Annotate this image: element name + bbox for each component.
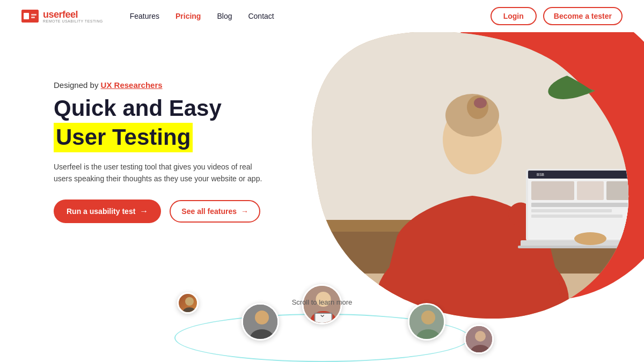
svg-point-16 xyxy=(474,98,487,108)
nav-blog[interactable]: Blog xyxy=(217,12,232,20)
svg-rect-27 xyxy=(531,215,623,218)
navbar: userfeel REMOTE USABILITY TESTING Featur… xyxy=(0,0,644,32)
nav-contact[interactable]: Contact xyxy=(248,12,274,20)
svg-rect-2 xyxy=(31,14,36,16)
svg-point-32 xyxy=(182,307,196,314)
svg-point-31 xyxy=(185,297,194,306)
svg-rect-3 xyxy=(31,17,35,18)
see-features-button[interactable]: See all features → xyxy=(170,200,260,223)
svg-text:BSB: BSB xyxy=(537,173,544,176)
scroll-indicator[interactable]: Scroll to learn more ⌄ xyxy=(292,297,353,319)
person-circle-4 xyxy=(408,303,445,341)
nav-pricing[interactable]: Pricing xyxy=(175,12,201,20)
logo-tagline: REMOTE USABILITY TESTING xyxy=(43,19,103,23)
nav-features[interactable]: Features xyxy=(130,12,159,20)
logo[interactable]: userfeel REMOTE USABILITY TESTING xyxy=(21,10,103,23)
svg-point-30 xyxy=(574,232,606,245)
svg-rect-26 xyxy=(531,209,612,212)
svg-point-7 xyxy=(582,33,641,95)
logo-text: userfeel REMOTE USABILITY TESTING xyxy=(43,10,103,23)
svg-point-42 xyxy=(421,311,435,324)
hero-title-line1: Quick and Easy xyxy=(54,96,268,121)
person-circle-2 xyxy=(241,303,279,341)
hero-photo: BSB xyxy=(290,32,644,322)
run-test-button[interactable]: Run a usability test → xyxy=(54,200,161,223)
scroll-arrow-icon: ⌄ xyxy=(292,309,353,319)
ux-researchers-link[interactable]: UX Researchers xyxy=(101,80,163,90)
arrow-icon-2: → xyxy=(241,207,248,216)
hero-title: Quick and Easy User Testing xyxy=(54,96,268,152)
login-button[interactable]: Login xyxy=(491,7,537,25)
logo-icon xyxy=(21,10,39,23)
arrow-icon: → xyxy=(140,206,148,216)
nav-links: Features Pricing Blog Contact xyxy=(130,12,491,20)
person-circle-5 xyxy=(464,324,494,354)
svg-point-45 xyxy=(475,331,486,342)
hero-photo-svg: BSB xyxy=(290,32,644,322)
person-circle-1 xyxy=(177,292,199,314)
hero-content: Designed by UX Researchers Quick and Eas… xyxy=(54,80,268,223)
svg-rect-23 xyxy=(577,181,604,200)
logo-wordmark: userfeel xyxy=(43,10,103,19)
svg-rect-0 xyxy=(21,10,39,23)
designed-by-text: Designed by UX Researchers xyxy=(54,80,268,90)
hero-buttons: Run a usability test → See all features … xyxy=(54,200,268,223)
svg-point-9 xyxy=(580,32,623,80)
hero-description: Userfeel is the user testing tool that g… xyxy=(54,161,268,185)
hero-title-line2: User Testing xyxy=(54,123,193,152)
hero-section: BSB Designed by UX Researchers Quick and… xyxy=(0,32,644,362)
svg-point-34 xyxy=(255,311,269,324)
svg-rect-25 xyxy=(531,203,628,207)
svg-rect-1 xyxy=(24,13,29,19)
svg-rect-22 xyxy=(531,181,574,200)
svg-rect-24 xyxy=(606,181,629,200)
scroll-text: Scroll to learn more xyxy=(292,298,353,306)
become-tester-button[interactable]: Become a tester xyxy=(543,7,623,25)
nav-actions: Login Become a tester xyxy=(491,7,623,25)
svg-rect-29 xyxy=(518,246,639,248)
